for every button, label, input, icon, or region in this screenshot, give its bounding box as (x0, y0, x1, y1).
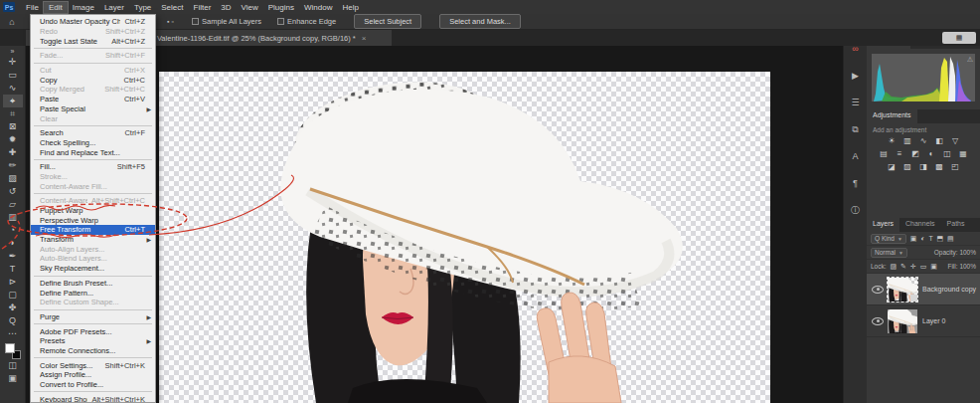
actions-icon[interactable]: ▶ (847, 68, 865, 84)
properties-icon[interactable]: ☰ (847, 95, 865, 110)
menu-edit[interactable]: Edit (44, 2, 68, 13)
sample-all-layers-checkbox[interactable]: Sample All Layers (192, 17, 261, 26)
gradient-tool[interactable]: ▥ (3, 211, 23, 224)
select-subject-button[interactable]: Select Subject (354, 14, 421, 29)
menu-item-perspective-warp[interactable]: Perspective Warp (31, 215, 155, 225)
marquee-tool[interactable]: ▭ (3, 69, 23, 82)
menu-item-redo[interactable]: RedoShift+Ctrl+Z (31, 27, 155, 37)
menu-item-content-aware-fill[interactable]: Content-Aware Fill... (31, 181, 155, 191)
object-selection-tool[interactable]: ⌖ (3, 95, 23, 107)
dodge-tool[interactable]: ◗ (3, 237, 23, 250)
exposure-icon[interactable]: ◧ (933, 135, 946, 146)
menu-item-keyboard-shortcuts[interactable]: Keyboard Shortcuts...Alt+Shift+Ctrl+K (31, 394, 155, 403)
menu-item-copy-merged[interactable]: Copy MergedShift+Ctrl+C (31, 85, 155, 95)
menu-item-cut[interactable]: CutCtrl+X (31, 66, 155, 76)
workspace-button[interactable]: ▦ (942, 32, 976, 44)
eyedropper-tool[interactable]: ✹ (3, 133, 23, 146)
move-tool[interactable]: ✛ (3, 56, 23, 69)
selection-mode-icons[interactable]: ▪▫ (167, 18, 176, 25)
menu-item-purge[interactable]: Purge▶ (31, 312, 155, 322)
color-swatches[interactable] (5, 343, 21, 359)
menu-image[interactable]: Image (68, 2, 99, 13)
menu-item-sky-replacement[interactable]: Sky Replacement... (31, 264, 155, 274)
menu-item-copy[interactable]: CopyCtrl+C (31, 75, 155, 85)
lock-icons[interactable]: ▨ ✎ ✛ ▭ ▣ (891, 263, 938, 271)
gradient-map-icon[interactable]: ▩ (933, 161, 946, 172)
menu-item-free-transform[interactable]: Free TransformCtrl+T (31, 225, 155, 235)
brush-tool[interactable]: ✏ (3, 159, 23, 172)
menu-item-presets[interactable]: Presets▶ (31, 336, 155, 346)
menu-item-define-brush-preset[interactable]: Define Brush Preset... (31, 279, 155, 289)
toolbar-collapse-icon[interactable]: » (3, 46, 23, 56)
zoom-tool[interactable]: Q (3, 314, 23, 327)
pen-tool[interactable]: ✒ (3, 250, 23, 263)
menu-filter[interactable]: Filter (189, 2, 217, 13)
opacity-value[interactable]: 100% (959, 249, 976, 256)
hand-tool[interactable]: ✤ (3, 302, 23, 314)
menu-type[interactable]: Type (129, 2, 156, 13)
menu-3d[interactable]: 3D (216, 2, 236, 13)
tab-paths[interactable]: Paths (941, 218, 971, 232)
layer-row-layer-0[interactable]: Layer 0 (867, 305, 980, 337)
menu-item-paste[interactable]: PasteCtrl+V (31, 95, 155, 104)
color-balance-icon[interactable]: ≡ (894, 148, 906, 159)
menu-item-color-settings[interactable]: Color Settings...Shift+Ctrl+K (31, 360, 155, 370)
lasso-tool[interactable]: ∿ (3, 82, 23, 95)
menu-item-content-aware-scale[interactable]: Content-Aware ScaleAlt+Shift+Ctrl+C (31, 196, 155, 206)
menu-item-define-custom-shape[interactable]: Define Custom Shape... (31, 298, 155, 307)
photo-filter-icon[interactable]: ◐ (925, 148, 938, 159)
eraser-tool[interactable]: ▱ (3, 198, 23, 211)
home-icon[interactable]: ⌂ (4, 16, 20, 28)
shape-tool[interactable]: ▢ (3, 289, 23, 302)
menu-item-remote-connections[interactable]: Remote Connections... (31, 346, 155, 356)
select-and-mask-button[interactable]: Select and Mask... (439, 14, 521, 29)
tab-channels[interactable]: Channels (899, 218, 941, 232)
canvas[interactable] (159, 72, 770, 403)
menu-select[interactable]: Select (156, 2, 188, 13)
menu-item-undo-master-opacity-change[interactable]: Undo Master Opacity ChangeCtrl+Z (31, 17, 155, 27)
menu-item-define-pattern[interactable]: Define Pattern... (31, 288, 155, 298)
brightness-contrast-icon[interactable]: ☀ (886, 135, 898, 146)
histogram-warning-icon[interactable]: ⚠ (967, 56, 973, 64)
color-lookup-icon[interactable]: ▦ (957, 148, 970, 159)
info-icon[interactable]: ⓘ (847, 202, 865, 218)
kind-filter-dropdown[interactable]: Q Kind ▼ (871, 234, 906, 244)
black-white-icon[interactable]: ◩ (909, 148, 922, 159)
layer-thumbnail[interactable] (888, 278, 917, 302)
blend-mode-dropdown[interactable]: Normal ▼ (871, 248, 907, 258)
blur-tool[interactable]: ◔ (3, 224, 23, 237)
channel-mixer-icon[interactable]: ◫ (941, 148, 954, 159)
filter-type-icons[interactable]: ▣ ◐ T ⬒ ▤ (910, 235, 955, 243)
vibrance-icon[interactable]: ▽ (949, 135, 962, 146)
menu-plugins[interactable]: Plugins (263, 2, 299, 13)
menu-item-fill[interactable]: Fill...Shift+F5 (31, 162, 155, 172)
selective-color-icon[interactable]: ◰ (949, 161, 962, 172)
menu-item-find-and-replace-text[interactable]: Find and Replace Text... (31, 147, 155, 157)
menu-help[interactable]: Help (337, 2, 363, 13)
menu-item-adobe-pdf-presets[interactable]: Adobe PDF Presets... (31, 326, 155, 336)
tab-adjustments[interactable]: Adjustments (867, 109, 917, 123)
healing-brush-tool[interactable]: ✚ (3, 146, 23, 159)
tab-layers[interactable]: Layers (867, 218, 899, 232)
layer-row-background-copy[interactable]: Background copy (867, 274, 980, 305)
menu-item-assign-profile[interactable]: Assign Profile... (31, 370, 155, 380)
foreground-color-swatch[interactable] (5, 343, 15, 353)
screen-mode-icon[interactable]: ▣ (3, 372, 23, 385)
menu-item-auto-blend-layers[interactable]: Auto-Blend Layers... (31, 254, 155, 264)
menu-item-clear[interactable]: Clear (31, 113, 155, 123)
quick-mask-icon[interactable]: ◫ (3, 359, 23, 372)
menu-item-transform[interactable]: Transform▶ (31, 235, 155, 245)
menu-layer[interactable]: Layer (99, 2, 129, 13)
menu-item-toggle-last-state[interactable]: Toggle Last StateAlt+Ctrl+Z (31, 36, 155, 46)
history-brush-tool[interactable]: ↺ (3, 185, 23, 198)
threshold-icon[interactable]: ◨ (917, 161, 930, 172)
layer-visibility-eye-icon[interactable] (872, 317, 884, 325)
invert-icon[interactable]: ◪ (886, 161, 898, 172)
menu-item-fade[interactable]: Fade...Shift+Ctrl+F (31, 51, 155, 61)
clone-stamp-tool[interactable]: ▨ (3, 172, 23, 185)
menu-item-paste-special[interactable]: Paste Special▶ (31, 104, 155, 114)
menu-item-puppet-warp[interactable]: Puppet Warp (31, 206, 155, 216)
layer-visibility-eye-icon[interactable] (872, 286, 884, 294)
menu-file[interactable]: File (21, 2, 44, 13)
crop-tool[interactable]: ⌗ (3, 107, 23, 120)
